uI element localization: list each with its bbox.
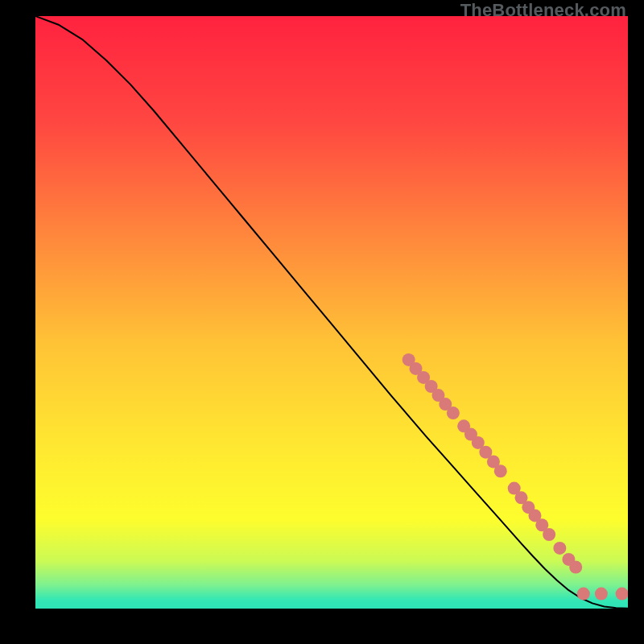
- gpu-point: [553, 542, 566, 555]
- gpu-point: [494, 464, 507, 477]
- gpu-point: [543, 528, 555, 541]
- chart-frame: TheBottleneck.com: [0, 0, 644, 644]
- chart-svg: [35, 16, 628, 609]
- plot-area: [35, 16, 628, 609]
- gpu-point: [616, 588, 628, 601]
- gpu-point: [569, 560, 582, 573]
- gpu-point: [447, 407, 460, 419]
- gpu-point: [595, 588, 608, 601]
- gpu-point: [577, 588, 590, 601]
